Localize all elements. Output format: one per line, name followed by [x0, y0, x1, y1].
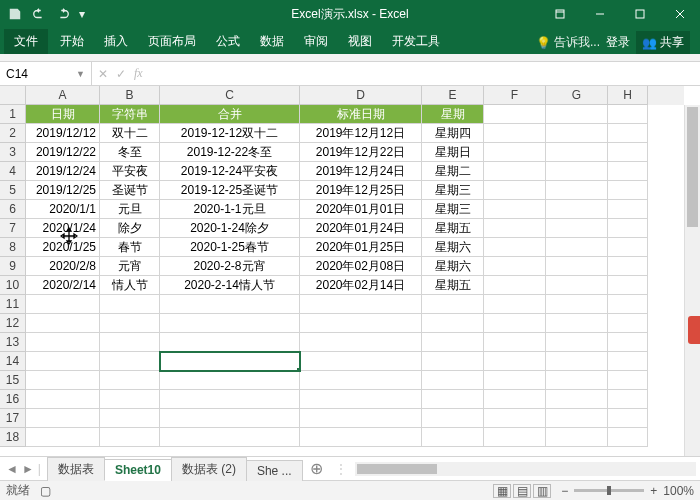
- cell-F15[interactable]: [484, 371, 546, 390]
- sheet-nav-next-icon[interactable]: ►: [22, 462, 34, 476]
- cell-F18[interactable]: [484, 428, 546, 447]
- row-header-16[interactable]: 16: [0, 390, 26, 409]
- cell-E1[interactable]: 星期: [422, 105, 484, 124]
- cell-A4[interactable]: 2019/12/24: [26, 162, 100, 181]
- sheet-tab-0[interactable]: 数据表: [47, 457, 105, 481]
- row-header-10[interactable]: 10: [0, 276, 26, 295]
- undo-icon[interactable]: [28, 3, 50, 25]
- row-header-1[interactable]: 1: [0, 105, 26, 124]
- cell-D14[interactable]: [300, 352, 422, 371]
- row-header-9[interactable]: 9: [0, 257, 26, 276]
- tab-file[interactable]: 文件: [4, 29, 48, 54]
- col-header-F[interactable]: F: [484, 86, 546, 105]
- row-header-15[interactable]: 15: [0, 371, 26, 390]
- cell-G9[interactable]: [546, 257, 608, 276]
- maximize-icon[interactable]: [620, 0, 660, 28]
- cell-F5[interactable]: [484, 181, 546, 200]
- cell-E7[interactable]: 星期五: [422, 219, 484, 238]
- cell-C4[interactable]: 2019-12-24平安夜: [160, 162, 300, 181]
- cell-D8[interactable]: 2020年01月25日: [300, 238, 422, 257]
- col-header-A[interactable]: A: [26, 86, 100, 105]
- cell-B16[interactable]: [100, 390, 160, 409]
- cell-A18[interactable]: [26, 428, 100, 447]
- cell-H9[interactable]: [608, 257, 648, 276]
- cell-D5[interactable]: 2019年12月25日: [300, 181, 422, 200]
- cell-B10[interactable]: 情人节: [100, 276, 160, 295]
- cell-G3[interactable]: [546, 143, 608, 162]
- tab-视图[interactable]: 视图: [338, 29, 382, 54]
- cell-B6[interactable]: 元旦: [100, 200, 160, 219]
- cell-C15[interactable]: [160, 371, 300, 390]
- zoom-out-icon[interactable]: −: [561, 484, 568, 498]
- row-header-18[interactable]: 18: [0, 428, 26, 447]
- sheet-nav-prev-icon[interactable]: ◄: [6, 462, 18, 476]
- cell-G2[interactable]: [546, 124, 608, 143]
- vertical-scrollbar[interactable]: [684, 105, 700, 456]
- cell-A3[interactable]: 2019/12/22: [26, 143, 100, 162]
- row-header-3[interactable]: 3: [0, 143, 26, 162]
- cell-B5[interactable]: 圣诞节: [100, 181, 160, 200]
- row-header-5[interactable]: 5: [0, 181, 26, 200]
- cell-F11[interactable]: [484, 295, 546, 314]
- col-header-E[interactable]: E: [422, 86, 484, 105]
- cell-G13[interactable]: [546, 333, 608, 352]
- row-header-4[interactable]: 4: [0, 162, 26, 181]
- row-header-2[interactable]: 2: [0, 124, 26, 143]
- cell-D1[interactable]: 标准日期: [300, 105, 422, 124]
- cell-C1[interactable]: 合并: [160, 105, 300, 124]
- cell-G7[interactable]: [546, 219, 608, 238]
- redo-icon[interactable]: [52, 3, 74, 25]
- record-macro-icon[interactable]: ▢: [40, 484, 51, 498]
- name-box[interactable]: C14 ▼: [0, 62, 92, 85]
- sheet-tab-2[interactable]: 数据表 (2): [171, 457, 247, 481]
- cell-H7[interactable]: [608, 219, 648, 238]
- cell-F17[interactable]: [484, 409, 546, 428]
- cell-D6[interactable]: 2020年01月01日: [300, 200, 422, 219]
- cell-G8[interactable]: [546, 238, 608, 257]
- cell-C14[interactable]: [160, 352, 300, 371]
- cell-B11[interactable]: [100, 295, 160, 314]
- cell-F1[interactable]: [484, 105, 546, 124]
- cell-C12[interactable]: [160, 314, 300, 333]
- cell-A7[interactable]: 2020/1/24: [26, 219, 100, 238]
- cell-A2[interactable]: 2019/12/12: [26, 124, 100, 143]
- cell-H16[interactable]: [608, 390, 648, 409]
- cell-D9[interactable]: 2020年02月08日: [300, 257, 422, 276]
- cell-area[interactable]: 日期字符串合并标准日期星期2019/12/12双十二2019-12-12双十二2…: [26, 105, 684, 456]
- page-break-view-icon[interactable]: ▥: [533, 484, 551, 498]
- cell-H13[interactable]: [608, 333, 648, 352]
- cell-D18[interactable]: [300, 428, 422, 447]
- row-header-14[interactable]: 14: [0, 352, 26, 371]
- cell-E17[interactable]: [422, 409, 484, 428]
- cell-F16[interactable]: [484, 390, 546, 409]
- zoom-level[interactable]: 100%: [663, 484, 694, 498]
- cell-E6[interactable]: 星期三: [422, 200, 484, 219]
- col-header-H[interactable]: H: [608, 86, 648, 105]
- formula-input[interactable]: [149, 62, 700, 85]
- row-header-8[interactable]: 8: [0, 238, 26, 257]
- tab-公式[interactable]: 公式: [206, 29, 250, 54]
- cell-C17[interactable]: [160, 409, 300, 428]
- cell-A10[interactable]: 2020/2/14: [26, 276, 100, 295]
- cell-H2[interactable]: [608, 124, 648, 143]
- zoom-slider[interactable]: [574, 489, 644, 492]
- cell-C11[interactable]: [160, 295, 300, 314]
- col-header-B[interactable]: B: [100, 86, 160, 105]
- cell-E9[interactable]: 星期六: [422, 257, 484, 276]
- cell-C2[interactable]: 2019-12-12双十二: [160, 124, 300, 143]
- tab-插入[interactable]: 插入: [94, 29, 138, 54]
- row-header-17[interactable]: 17: [0, 409, 26, 428]
- horizontal-scroll-thumb[interactable]: [357, 464, 437, 474]
- cell-F6[interactable]: [484, 200, 546, 219]
- cell-C5[interactable]: 2019-12-25圣诞节: [160, 181, 300, 200]
- cell-G1[interactable]: [546, 105, 608, 124]
- cell-E15[interactable]: [422, 371, 484, 390]
- cell-G14[interactable]: [546, 352, 608, 371]
- row-header-12[interactable]: 12: [0, 314, 26, 333]
- cell-B4[interactable]: 平安夜: [100, 162, 160, 181]
- select-all-corner[interactable]: [0, 86, 26, 105]
- cell-F8[interactable]: [484, 238, 546, 257]
- cell-G17[interactable]: [546, 409, 608, 428]
- page-layout-view-icon[interactable]: ▤: [513, 484, 531, 498]
- cell-B9[interactable]: 元宵: [100, 257, 160, 276]
